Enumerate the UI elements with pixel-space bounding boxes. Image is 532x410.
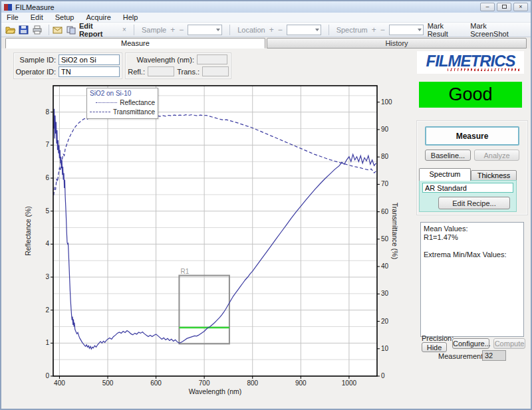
spectrum-add-button[interactable]: +: [372, 25, 376, 35]
main-tab-bar: Measure History: [1, 37, 531, 49]
edit-recipe-button[interactable]: Edit Recipe...: [438, 197, 510, 209]
tab-history[interactable]: History: [267, 38, 527, 49]
y-left-tick-label: 0: [45, 372, 49, 379]
y-right-tick-label: 70: [381, 180, 389, 187]
y-right-axis-title: Transmittance (%): [391, 203, 399, 259]
close-button[interactable]: ×: [513, 3, 528, 11]
menu-edit[interactable]: Edit: [31, 13, 43, 21]
toolbar: Edit Report × Sample + − Location + − Sp…: [1, 23, 531, 37]
chart-legend: SiO2 on Si-10 Reflectance Transmittance: [86, 88, 158, 119]
edit-report-button[interactable]: Edit Report: [79, 22, 118, 38]
location-combobox[interactable]: [287, 25, 321, 35]
tab-spectrum[interactable]: Spectrum: [419, 168, 471, 181]
y-right-tick-label: 10: [381, 345, 389, 352]
chevron-down-icon: [418, 29, 422, 31]
status-badge: Good: [419, 82, 522, 108]
y-right-tick-label: 20: [381, 318, 389, 325]
app-icon: [4, 4, 13, 11]
x-tick-label: 400: [54, 379, 65, 387]
window-title: FILMeasure: [15, 3, 478, 11]
location-add-button[interactable]: +: [269, 25, 274, 35]
x-tick-label: 700: [199, 379, 210, 387]
y-right-tick-label: 0: [381, 372, 385, 379]
sample-remove-button[interactable]: −: [179, 25, 184, 35]
y-right-tick-label: 60: [381, 208, 389, 215]
x-tick-label: 800: [247, 379, 258, 387]
open-file-icon[interactable]: [5, 25, 16, 35]
logo-hatch-decoration: [448, 68, 521, 71]
sample-combobox[interactable]: [188, 25, 222, 35]
y-left-axis-title: Reflectance (%): [24, 206, 32, 256]
legend-title: SiO2 on Si-10: [90, 90, 155, 97]
y-left-tick-label: 7: [45, 141, 49, 148]
measure-button[interactable]: Measure: [425, 126, 519, 146]
mean-values-label: Mean Values:: [424, 225, 521, 233]
x-tick-label: 500: [102, 379, 114, 387]
y-right-tick-label: 80: [381, 153, 389, 160]
x-tick-label: 600: [150, 379, 162, 387]
menu-file[interactable]: File: [7, 13, 19, 21]
mark-result-button[interactable]: Mark Result: [428, 22, 467, 38]
toolbar-right-group: Edit Report × Sample + − Location + − Sp…: [79, 22, 527, 38]
spectrum-combobox[interactable]: [389, 25, 424, 35]
restore-icon: [502, 5, 507, 9]
toolbar-separator: [49, 25, 49, 35]
report-icon[interactable]: [53, 25, 63, 35]
reflectance-line-sample: [96, 102, 117, 103]
results-spacer: [424, 242, 521, 251]
spectrum-remove-button[interactable]: −: [380, 25, 385, 35]
edit-report-close-icon[interactable]: ×: [122, 26, 126, 33]
y-right-tick-label: 50: [381, 235, 389, 243]
y-right-tick-label: 100: [381, 98, 392, 106]
minimize-button[interactable]: –: [480, 3, 495, 11]
mark-screenshot-button[interactable]: Mark ScreenShot: [470, 22, 527, 38]
menu-help[interactable]: Help: [123, 13, 138, 21]
menu-acquire[interactable]: Acquire: [86, 13, 110, 21]
precision-label: Precision:: [422, 334, 454, 342]
y-left-tick-label: 6: [45, 174, 49, 181]
extrema-label: Extrema Min/Max Values:: [424, 251, 521, 259]
y-left-tick-label: 8: [45, 108, 49, 116]
results-panel: Mean Values: R1=1.47% Extrema Min/Max Va…: [420, 222, 524, 337]
chevron-down-icon: [216, 29, 220, 31]
transmittance-line-sample: [90, 112, 110, 112]
tab-thickness[interactable]: Thickness: [471, 170, 517, 181]
legend-entry-reflectance: Reflectance: [90, 99, 155, 106]
baseline-button[interactable]: Baseline...: [425, 150, 471, 161]
hide-button[interactable]: Hide: [422, 342, 447, 352]
print-icon[interactable]: [32, 25, 43, 35]
chevron-down-icon: [315, 29, 319, 31]
menu-setup[interactable]: Setup: [55, 13, 74, 21]
measure-page: Sample ID: Operator ID: Wavelength (nm):…: [1, 49, 531, 409]
configure-button[interactable]: Configure...: [452, 338, 489, 349]
restore-button[interactable]: [497, 3, 511, 11]
legend-entry-transmittance: Transmittance: [90, 108, 155, 116]
y-left-tick-label: 1: [45, 339, 49, 346]
y-left-tick-label: 5: [45, 207, 49, 215]
tab-measure[interactable]: Measure: [5, 38, 265, 49]
title-bar: FILMeasure – ×: [1, 1, 531, 13]
plot-background: [53, 86, 377, 376]
measurement-number-value: 32: [482, 350, 506, 361]
analyze-button[interactable]: Analyze: [474, 150, 519, 161]
sample-add-button[interactable]: +: [170, 25, 175, 35]
measurement-number-label: Measurement #: [438, 352, 489, 360]
filmetrics-logo: FILMETRICS: [417, 51, 524, 74]
compute-button[interactable]: Compute: [493, 338, 525, 349]
y-left-tick-label: 4: [45, 240, 49, 247]
app-window: FILMeasure – × File Edit Setup Acquire H…: [0, 0, 532, 410]
toolbar-separator: [329, 25, 329, 35]
save-icon[interactable]: [19, 25, 29, 35]
y-right-tick-label: 30: [381, 290, 389, 297]
y-left-tick-label: 3: [45, 273, 49, 280]
r1-region-label: R1: [180, 268, 189, 275]
toolbar-separator: [229, 25, 230, 35]
recipe-name-input[interactable]: [422, 183, 513, 193]
x-tick-label: 900: [295, 379, 307, 387]
location-remove-button[interactable]: −: [278, 25, 283, 35]
copy-icon[interactable]: [66, 25, 76, 35]
x-tick-label: 1000: [342, 379, 357, 387]
y-right-tick-label: 90: [381, 126, 389, 133]
mean-value-r1: R1=1.47%: [424, 233, 521, 242]
spectrum-label: Spectrum: [336, 26, 368, 34]
